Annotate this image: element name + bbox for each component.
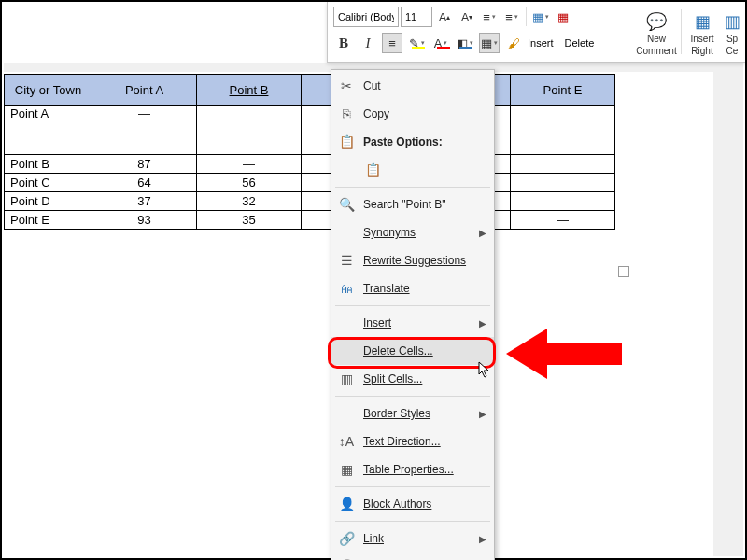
menu-paste-options: 📋Paste Options: — [331, 128, 494, 156]
block-authors-icon: 👤 — [337, 497, 356, 511]
shading-icon[interactable]: ◧ — [455, 33, 475, 53]
context-menu: ✂Cut ⎘Copy 📋Paste Options: 📋 🔍Search "Po… — [331, 69, 495, 560]
delete-label[interactable]: Delete — [565, 37, 595, 49]
delete-table-icon[interactable]: ▦ — [553, 7, 573, 27]
col-header[interactable]: Point E — [511, 75, 615, 106]
text-direction-icon: ↕A — [337, 434, 356, 449]
decrease-font-icon[interactable]: A▾ — [457, 7, 477, 27]
chevron-right-icon: ▶ — [479, 534, 486, 544]
insert-label[interactable]: Insert — [528, 37, 554, 49]
menu-copy[interactable]: ⎘Copy — [331, 100, 494, 128]
paste-keep-icon: 📋 — [363, 162, 382, 177]
comment-icon: 💬 — [646, 11, 667, 32]
menu-delete-cells[interactable]: Delete Cells... — [331, 337, 494, 365]
end-of-table-mark — [618, 266, 629, 277]
split-icon: ▥ — [337, 371, 356, 386]
font-family-select[interactable] — [333, 7, 399, 27]
numbering-icon[interactable]: ≡ — [501, 7, 522, 27]
bullets-icon[interactable]: ≡ — [479, 7, 500, 27]
col-header[interactable]: Point B — [197, 75, 302, 106]
highlight-color-icon[interactable]: ✎ — [406, 33, 427, 53]
menu-paste-option-1[interactable]: 📋 — [331, 156, 494, 184]
col-header[interactable]: City or Town — [5, 75, 92, 106]
rewrite-icon: ☰ — [337, 253, 356, 268]
table-row[interactable]: Point C 64 56 — — [5, 174, 615, 192]
translate-icon: 🗛 — [337, 281, 356, 296]
menu-new-comment[interactable]: 💬New Comment — [331, 553, 494, 560]
menu-insert[interactable]: Insert▶ — [331, 309, 494, 337]
format-painter-icon[interactable]: 🖌 — [503, 33, 524, 53]
borders-icon[interactable]: ▦ — [479, 33, 500, 53]
insert-table-icon[interactable]: ▦ — [530, 7, 551, 27]
bold-button[interactable]: B — [333, 33, 354, 53]
menu-search[interactable]: 🔍Search "Point B" — [331, 190, 494, 218]
chevron-right-icon: ▶ — [479, 228, 486, 238]
menu-block-authors[interactable]: 👤Block Authors — [331, 490, 494, 518]
chevron-right-icon: ▶ — [479, 318, 486, 329]
copy-icon: ⎘ — [337, 106, 356, 121]
table-row[interactable]: Point B 87 — — [5, 155, 615, 174]
col-header[interactable]: Point A — [92, 75, 197, 106]
link-icon: 🔗 — [337, 531, 356, 546]
split-cells-icon: ▥ — [725, 11, 740, 32]
menu-link[interactable]: 🔗Link▶ — [331, 525, 494, 553]
data-table[interactable]: City or Town Point A Point B Point C Poi… — [4, 74, 615, 230]
italic-button[interactable]: I — [358, 33, 378, 53]
new-comment-button[interactable]: 💬 New Comment — [634, 4, 679, 60]
paste-icon: 📋 — [337, 134, 356, 149]
menu-synonyms[interactable]: Synonyms▶ — [331, 218, 494, 246]
insert-right-icon: ▦ — [695, 11, 711, 32]
table-row[interactable]: Point A — — [5, 106, 615, 155]
split-cells-button[interactable]: ▥ Sp Ce — [721, 4, 743, 60]
menu-table-properties[interactable]: ▦Table Properties... — [331, 455, 494, 483]
chevron-right-icon: ▶ — [479, 409, 486, 419]
insert-right-button[interactable]: ▦ Insert Right — [684, 4, 721, 60]
callout-arrow — [506, 329, 627, 379]
menu-text-direction[interactable]: ↕AText Direction... — [331, 427, 494, 455]
cut-icon: ✂ — [337, 78, 356, 93]
mini-toolbar: A▴ A▾ ≡ ≡ ▦ ▦ B I ≡ ✎ A ◧ ▦ 🖌 Insert Del… — [327, 2, 745, 63]
increase-font-icon[interactable]: A▴ — [434, 7, 455, 27]
menu-translate[interactable]: 🗛Translate — [331, 274, 494, 302]
table-header-row: City or Town Point A Point B Point C Poi… — [5, 75, 615, 106]
menu-border-styles[interactable]: Border Styles▶ — [331, 399, 494, 427]
search-icon: 🔍 — [337, 197, 356, 212]
table-row[interactable]: Point D 37 32 91 — — [5, 192, 615, 211]
align-button[interactable]: ≡ — [382, 33, 402, 53]
menu-rewrite[interactable]: ☰Rewrite Suggestions — [331, 246, 494, 274]
font-size-select[interactable] — [401, 7, 432, 27]
table-row[interactable]: Point E 93 35 54 43 — — [5, 211, 615, 230]
menu-cut[interactable]: ✂Cut — [331, 72, 494, 100]
table-properties-icon: ▦ — [337, 462, 356, 477]
font-color-icon[interactable]: A — [430, 33, 451, 53]
menu-split-cells[interactable]: ▥Split Cells... — [331, 365, 494, 393]
